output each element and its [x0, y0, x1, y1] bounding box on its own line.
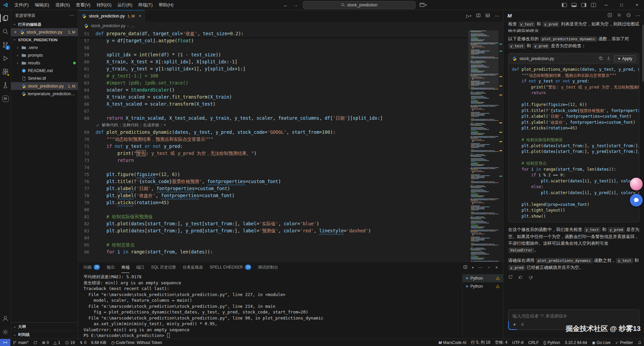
activity-explorer[interactable]	[0, 11, 11, 25]
status-item[interactable]	[635, 339, 644, 346]
toggle-secondary-sidebar-icon[interactable]	[581, 3, 586, 7]
activity-settings[interactable]	[0, 325, 11, 339]
menu-item[interactable]: 终端(T)	[135, 0, 156, 10]
tree-item[interactable]: stock_prediction.py1, M	[11, 82, 78, 90]
open-editors-header[interactable]: › 打开的编辑器	[11, 21, 78, 28]
more-actions-icon[interactable]: ⋯	[495, 13, 499, 18]
menu-item[interactable]: 转到(G)	[94, 0, 115, 10]
tree-item[interactable]: SimHei.ttf	[11, 74, 78, 82]
activity-run-debug[interactable]	[0, 52, 11, 65]
forward-button[interactable]: →	[293, 2, 298, 8]
chat-scrollbar[interactable]	[642, 25, 644, 82]
assistant-avatar[interactable]	[630, 178, 643, 190]
split-editor-icon[interactable]	[476, 13, 481, 19]
activity-account[interactable]	[0, 312, 11, 325]
status-item[interactable]: ⊗0	[40, 339, 51, 346]
close-icon[interactable]: ×	[13, 30, 18, 35]
codelens-action[interactable]: 解释代码	[102, 122, 118, 129]
chat-messages[interactable]: 检查 y_test 和 y_pred 列表是否为空，如果为空，则跳过绘图或给出相…	[503, 21, 644, 306]
menu-item[interactable]: 查看(V)	[73, 0, 93, 10]
browser-preview-button[interactable]: ▾	[420, 3, 427, 7]
status-item[interactable]: ✓Prettier	[613, 339, 635, 346]
activity-marscode[interactable]: M	[0, 92, 11, 105]
panel-tab[interactable]: 输出	[107, 262, 115, 273]
status-item[interactable]: △1	[51, 339, 63, 346]
status-item[interactable]: 3.10.2 64-bit	[562, 339, 590, 346]
panel-tab[interactable]: 端口	[136, 262, 144, 273]
menu-item[interactable]: 选择(S)	[52, 0, 73, 10]
status-item[interactable]	[31, 339, 40, 346]
views-more-actions-icon[interactable]: ⋯	[70, 13, 74, 18]
status-item[interactable]: ◷CodeTime: Without Token	[109, 339, 164, 346]
status-item[interactable]: MMarsCode AI	[436, 339, 469, 346]
regenerate-icon[interactable]	[508, 275, 513, 280]
customize-layout-icon[interactable]	[591, 3, 596, 7]
status-item[interactable]: 6.68 KiB	[89, 339, 109, 346]
chat-bubble-button[interactable]	[630, 194, 643, 207]
activity-search[interactable]	[0, 25, 11, 38]
status-item[interactable]: 空格: 4	[493, 339, 510, 346]
menu-item[interactable]: 编辑(E)	[32, 0, 52, 10]
tree-item[interactable]: ›results	[11, 59, 78, 67]
minimap[interactable]	[468, 30, 498, 262]
context-icon[interactable]: #	[521, 322, 524, 327]
remote-indicator[interactable]: ><	[0, 339, 10, 346]
toggle-panel-icon[interactable]	[572, 3, 577, 7]
codelens-action[interactable]: 注释代码	[122, 122, 139, 129]
new-chat-icon[interactable]	[607, 13, 612, 18]
menu-item[interactable]: 运行(R)	[114, 0, 135, 10]
breadcrumb[interactable]: stock_prediction.py › …	[78, 22, 503, 30]
close-icon[interactable]: ×	[139, 14, 141, 18]
terminal-process[interactable]: >Python	[463, 274, 503, 282]
maximize-button[interactable]: □	[614, 0, 629, 10]
tree-item[interactable]: temperature_prediction.py	[11, 90, 78, 98]
status-item[interactable]: 行 5, 列 18	[469, 339, 492, 346]
panel-tab[interactable]: SPELL CHECKER19	[210, 262, 251, 273]
codelens-action[interactable]: 生成单测	[143, 122, 159, 129]
open-editor-item[interactable]: × stock_prediction.py 1, M	[11, 28, 78, 36]
panel-tab[interactable]: 任务监视器	[183, 262, 203, 273]
panel-tab[interactable]: 终端	[121, 262, 129, 273]
menu-item[interactable]: 帮助(H)	[156, 0, 176, 10]
code-editor[interactable]: 51def prepare_data(df, target_col='收盘', …	[78, 30, 468, 262]
thumbs-up-icon[interactable]	[518, 275, 523, 280]
insert-code-icon[interactable]	[606, 56, 611, 61]
minimize-button[interactable]: ─	[599, 0, 613, 10]
terminal-output[interactable]: 平均绝对误差(MAE): 5.9178发生错误: min() arg is an…	[78, 273, 462, 339]
status-item[interactable]: CRLF	[526, 339, 541, 346]
skills-icon[interactable]	[513, 323, 517, 327]
tree-item[interactable]: ›.venv	[11, 44, 78, 51]
run-python-file-button[interactable]: ▷▾	[466, 13, 471, 18]
activity-testing[interactable]	[0, 78, 11, 92]
close-button[interactable]: ×	[630, 0, 644, 10]
status-item[interactable]: ◉Go Live	[589, 339, 613, 346]
chevron-down-icon[interactable]: ▾	[472, 266, 474, 269]
terminal-prompt[interactable]: PS E:\marscode\stock_prediction>	[84, 333, 457, 339]
minimap-viewport[interactable]	[468, 31, 498, 89]
layout-icon[interactable]	[485, 13, 490, 19]
toggle-primary-sidebar-icon[interactable]	[562, 3, 567, 7]
panel-tab[interactable]: 调试控制台	[258, 262, 278, 273]
command-center-search[interactable]: stock_prediction	[303, 1, 416, 9]
status-item[interactable]: 19	[63, 339, 77, 346]
menu-item[interactable]: 文件(F)	[11, 0, 32, 10]
status-item[interactable]: UTF-8	[510, 339, 526, 346]
apply-button[interactable]: Apply	[614, 55, 636, 62]
more-actions-icon[interactable]: ⋯	[478, 265, 482, 270]
more-icon[interactable]: ⋯	[636, 13, 640, 18]
close-panel-icon[interactable]: ×	[495, 265, 498, 270]
activity-extensions[interactable]	[0, 65, 11, 78]
tree-item[interactable]: ›prompts	[11, 51, 78, 59]
copy-icon[interactable]	[599, 56, 603, 61]
history-icon[interactable]	[626, 13, 631, 18]
maximize-panel-icon[interactable]: ›	[486, 265, 491, 270]
status-item[interactable]: ↯0	[77, 339, 89, 346]
editor-tab[interactable]: stock_prediction.py 1, M ×	[78, 10, 145, 22]
sidebar-section[interactable]: ›时间线	[11, 331, 78, 339]
back-button[interactable]: ←	[283, 2, 288, 8]
tree-item[interactable]: iREADME.md	[11, 67, 78, 74]
sidebar-section[interactable]: ›大纲	[11, 323, 78, 331]
panel-tab[interactable]: SQL 历史记录	[151, 262, 176, 273]
split-terminal-icon[interactable]	[463, 265, 468, 270]
thumbs-down-icon[interactable]	[528, 275, 533, 280]
